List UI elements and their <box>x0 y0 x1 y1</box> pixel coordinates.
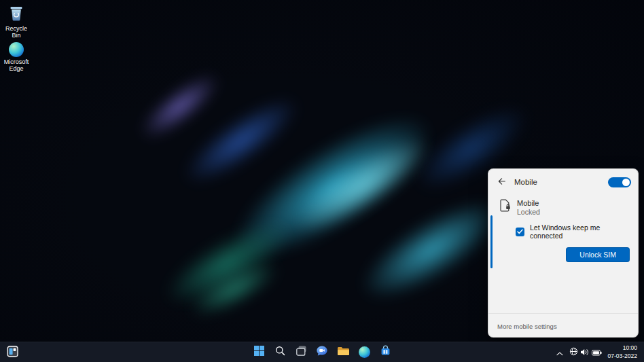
battery-icon <box>592 346 602 359</box>
widgets-button[interactable] <box>3 344 21 361</box>
checkmark-icon <box>517 229 523 234</box>
edge-button[interactable] <box>355 344 373 361</box>
clock-date: 07-03-2022 <box>608 352 637 360</box>
desktop-icon-label: Microsoft Edge <box>1 58 32 73</box>
desktop-icon-microsoft-edge[interactable]: Microsoft Edge <box>1 42 32 73</box>
tray-overflow-button[interactable] <box>554 344 566 361</box>
keep-connected-label: Let Windows keep me connected <box>530 223 631 240</box>
chat-icon <box>316 345 328 359</box>
taskbar-center <box>250 344 394 361</box>
edge-icon <box>359 346 370 358</box>
task-view-icon <box>296 345 307 359</box>
panel-title: Mobile <box>514 178 603 186</box>
file-explorer-button[interactable] <box>334 344 352 361</box>
keep-connected-row[interactable]: Let Windows keep me connected <box>516 223 631 240</box>
clock[interactable]: 10:00 07-03-2022 <box>605 344 641 359</box>
chevron-up-icon <box>556 346 563 359</box>
more-mobile-settings-link[interactable]: More mobile settings <box>497 323 557 330</box>
windows-start-icon <box>254 346 264 359</box>
sim-item-text: Mobile Locked <box>517 199 540 216</box>
sim-item[interactable]: Mobile Locked <box>495 199 631 216</box>
store-icon <box>380 345 391 359</box>
toggle-knob <box>622 179 630 186</box>
search-icon <box>275 346 285 359</box>
clock-time: 10:00 <box>608 344 637 352</box>
panel-body: Mobile Locked Let Windows keep me connec… <box>488 194 638 313</box>
panel-header: Mobile <box>488 169 638 194</box>
file-explorer-icon <box>337 346 350 359</box>
mobile-toggle[interactable] <box>608 177 631 187</box>
search-button[interactable] <box>271 344 289 361</box>
mobile-flyout-panel: Mobile Mobile Locked <box>488 168 639 338</box>
volume-icon <box>580 346 590 359</box>
unlock-sim-button[interactable]: Unlock SIM <box>566 247 630 262</box>
back-button[interactable] <box>494 175 509 189</box>
start-button[interactable] <box>250 344 268 361</box>
panel-footer: More mobile settings <box>488 313 638 337</box>
taskbar: 10:00 07-03-2022 <box>0 342 644 362</box>
selected-item-accent-bar <box>490 215 493 268</box>
network-globe-icon <box>569 346 578 359</box>
sim-item-title: Mobile <box>517 199 540 207</box>
desktop: Recycle Bin Microsoft Edge Mobile <box>0 0 644 362</box>
recycle-bin-icon <box>10 5 23 24</box>
desktop-icon-recycle-bin[interactable]: Recycle Bin <box>1 5 32 39</box>
task-view-button[interactable] <box>292 344 310 361</box>
widgets-icon <box>7 346 18 360</box>
sim-lock-icon <box>500 199 511 216</box>
desktop-icon-label: Recycle Bin <box>1 25 32 39</box>
store-button[interactable] <box>376 344 394 361</box>
keep-connected-checkbox[interactable] <box>516 228 524 236</box>
sim-item-status: Locked <box>517 208 540 216</box>
edge-icon <box>9 42 24 57</box>
quick-settings-button[interactable] <box>567 344 604 361</box>
system-tray: 10:00 07-03-2022 <box>554 342 641 362</box>
back-arrow-icon <box>497 176 505 188</box>
button-row: Unlock SIM <box>495 247 631 262</box>
chat-button[interactable] <box>313 344 331 361</box>
